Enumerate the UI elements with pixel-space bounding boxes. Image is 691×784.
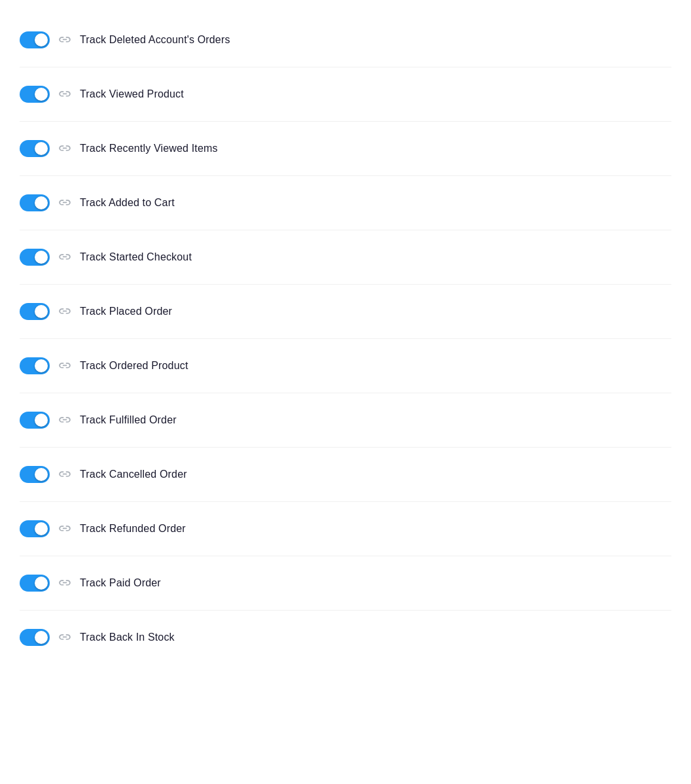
- setting-item: Track Viewed Product: [20, 67, 671, 122]
- toggle-track-refunded-order[interactable]: [20, 520, 50, 537]
- setting-item: Track Added to Cart: [20, 176, 671, 230]
- link-icon: [58, 252, 72, 262]
- toggle-track-started-checkout[interactable]: [20, 249, 50, 266]
- link-icon: [58, 143, 72, 154]
- label-track-ordered-product: Track Ordered Product: [80, 360, 188, 372]
- toggle-track-viewed-product[interactable]: [20, 86, 50, 103]
- label-track-started-checkout: Track Started Checkout: [80, 251, 192, 263]
- setting-item: Track Placed Order: [20, 285, 671, 339]
- setting-item: Track Deleted Account's Orders: [20, 13, 671, 67]
- link-icon: [58, 89, 72, 99]
- setting-item: Track Recently Viewed Items: [20, 122, 671, 176]
- label-track-added-to-cart: Track Added to Cart: [80, 197, 175, 209]
- setting-item: Track Cancelled Order: [20, 448, 671, 502]
- setting-item: Track Ordered Product: [20, 339, 671, 393]
- toggle-track-placed-order[interactable]: [20, 303, 50, 320]
- toggle-track-paid-order[interactable]: [20, 575, 50, 592]
- label-track-viewed-product: Track Viewed Product: [80, 88, 184, 100]
- toggle-track-ordered-product[interactable]: [20, 357, 50, 374]
- link-icon: [58, 306, 72, 317]
- label-track-back-in-stock: Track Back In Stock: [80, 632, 175, 643]
- link-icon: [58, 361, 72, 371]
- setting-item: Track Back In Stock: [20, 611, 671, 664]
- label-track-recently-viewed-items: Track Recently Viewed Items: [80, 143, 218, 154]
- label-track-refunded-order: Track Refunded Order: [80, 523, 186, 535]
- label-track-fulfilled-order: Track Fulfilled Order: [80, 414, 177, 426]
- label-track-cancelled-order: Track Cancelled Order: [80, 469, 187, 480]
- label-track-paid-order: Track Paid Order: [80, 577, 161, 589]
- toggle-track-cancelled-order[interactable]: [20, 466, 50, 483]
- label-track-deleted-account-orders: Track Deleted Account's Orders: [80, 34, 230, 46]
- link-icon: [58, 578, 72, 588]
- settings-list: Track Deleted Account's Orders Track Vie…: [0, 0, 691, 677]
- link-icon: [58, 35, 72, 45]
- label-track-placed-order: Track Placed Order: [80, 306, 172, 317]
- setting-item: Track Paid Order: [20, 556, 671, 611]
- link-icon: [58, 524, 72, 534]
- link-icon: [58, 632, 72, 643]
- toggle-track-recently-viewed-items[interactable]: [20, 140, 50, 157]
- toggle-track-back-in-stock[interactable]: [20, 629, 50, 646]
- link-icon: [58, 469, 72, 480]
- link-icon: [58, 415, 72, 425]
- toggle-track-added-to-cart[interactable]: [20, 194, 50, 211]
- setting-item: Track Fulfilled Order: [20, 393, 671, 448]
- setting-item: Track Started Checkout: [20, 230, 671, 285]
- setting-item: Track Refunded Order: [20, 502, 671, 556]
- toggle-track-fulfilled-order[interactable]: [20, 412, 50, 429]
- link-icon: [58, 198, 72, 208]
- toggle-track-deleted-account-orders[interactable]: [20, 31, 50, 48]
